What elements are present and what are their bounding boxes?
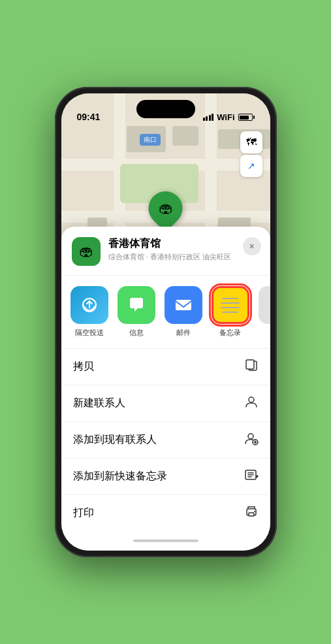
location-icon: ↗ (247, 161, 255, 171)
new-contact-label: 新建联系人 (73, 396, 125, 410)
dynamic-island (136, 100, 195, 118)
notes-label: 备忘录 (219, 328, 241, 338)
wifi-icon: WiFi (217, 112, 234, 122)
copy-icon (244, 358, 259, 376)
stadium-pin-inner: 🏟 (159, 200, 173, 217)
print-icon (244, 504, 259, 522)
bottom-sheet: 🏟 香港体育馆 综合体育馆 · 香港特别行政区 油尖旺区 × (61, 227, 270, 551)
quick-notes-icon (244, 468, 259, 485)
map-type-button[interactable]: 🗺 (240, 131, 262, 153)
location-label: 南口 (140, 134, 161, 146)
stadium-pin: 🏟 (142, 184, 190, 233)
status-time: 09:41 (77, 112, 101, 122)
action-row-print[interactable]: 打印 (61, 495, 270, 531)
map-type-icon: 🗺 (246, 137, 257, 148)
svg-rect-3 (246, 360, 254, 369)
airdrop-icon (71, 286, 108, 324)
action-row-new-contact[interactable]: 新建联系人 (61, 385, 270, 422)
share-item-messages[interactable]: 信息 (116, 286, 157, 338)
person-add-icon (244, 431, 259, 449)
action-row-add-notes[interactable]: 添加到新快速备忘录 (61, 459, 270, 495)
venue-name: 香港体育馆 (108, 237, 260, 251)
messages-icon (118, 286, 155, 324)
add-existing-label: 添加到现有联系人 (73, 433, 157, 447)
copy-label: 拷贝 (73, 360, 94, 374)
add-notes-label: 添加到新快速备忘录 (73, 470, 167, 483)
share-row: 隔空投送 信息 (61, 276, 270, 349)
person-icon (244, 394, 259, 412)
share-item-more[interactable]: 推 (257, 286, 270, 338)
venue-icon: 🏟 (72, 237, 101, 266)
svg-rect-9 (249, 513, 254, 516)
print-label: 打印 (73, 506, 94, 520)
mail-label: 邮件 (176, 328, 191, 338)
share-item-notes[interactable]: 备忘录 (210, 286, 251, 338)
share-item-mail[interactable]: 邮件 (163, 286, 204, 338)
svg-point-10 (254, 511, 255, 512)
venue-subtitle: 综合体育馆 · 香港特别行政区 油尖旺区 (108, 252, 260, 262)
more-icon (259, 286, 270, 324)
phone-frame: 09:41 WiFi (55, 87, 277, 557)
action-row-copy[interactable]: 拷贝 (61, 349, 270, 385)
map-controls: 🗺 ↗ (240, 131, 262, 177)
close-button[interactable]: × (243, 237, 261, 255)
messages-label: 信息 (129, 328, 144, 338)
airdrop-label: 隔空投送 (75, 328, 104, 338)
battery-icon (238, 114, 255, 121)
mail-icon (165, 286, 202, 324)
phone-screen: 09:41 WiFi (61, 93, 270, 551)
notes-icon (212, 286, 249, 324)
location-button[interactable]: ↗ (240, 155, 262, 177)
signal-bars-icon (203, 114, 214, 121)
svg-point-5 (248, 434, 253, 439)
venue-info: 香港体育馆 综合体育馆 · 香港特别行政区 油尖旺区 (108, 237, 260, 262)
action-row-add-existing[interactable]: 添加到现有联系人 (61, 422, 270, 459)
svg-point-4 (249, 397, 254, 402)
home-indicator (61, 531, 270, 551)
close-icon: × (249, 241, 254, 251)
status-icons: WiFi (203, 112, 255, 122)
venue-header: 🏟 香港体育馆 综合体育馆 · 香港特别行政区 油尖旺区 × (61, 237, 270, 276)
share-item-airdrop[interactable]: 隔空投送 (69, 286, 110, 338)
home-bar (133, 539, 198, 542)
svg-rect-1 (176, 300, 191, 310)
